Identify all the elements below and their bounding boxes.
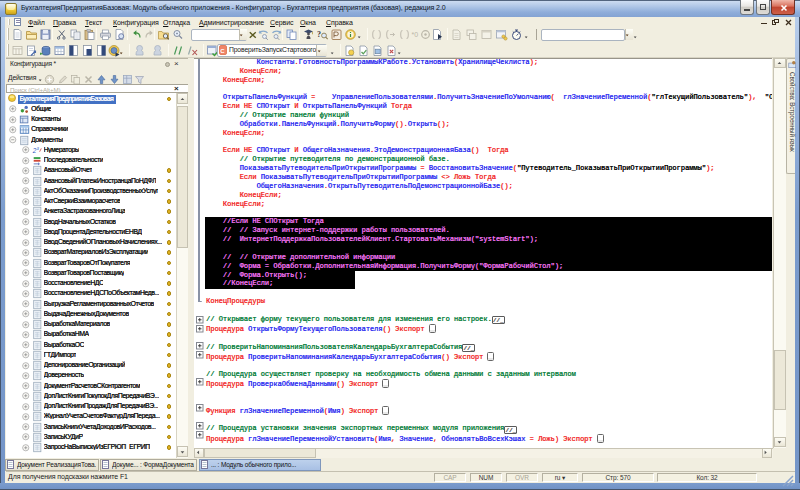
svg-text:*0: *0 bbox=[412, 31, 419, 38]
svg-text:23: 23 bbox=[32, 146, 39, 154]
svg-text:?: ? bbox=[317, 30, 321, 39]
